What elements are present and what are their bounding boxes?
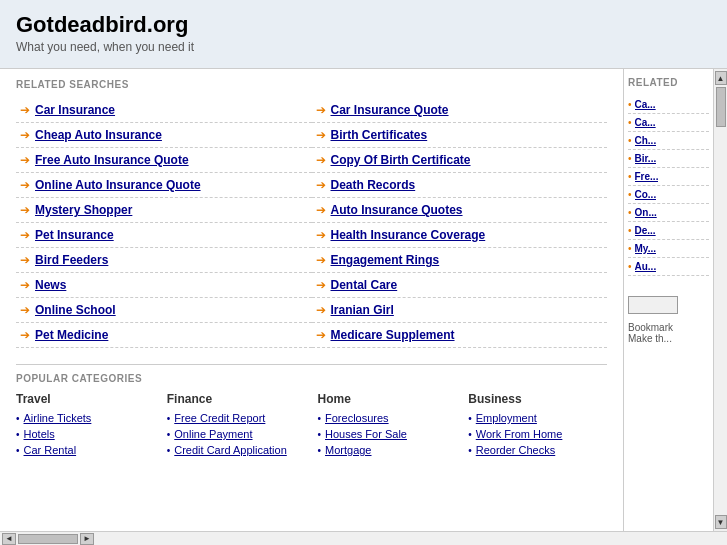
list-item: Online Payment: [167, 426, 306, 442]
category-finance: Finance Free Credit Report Online Paymen…: [167, 392, 306, 458]
link-online-school[interactable]: Online School: [35, 303, 116, 317]
vertical-scrollbar[interactable]: ▲ ▼: [713, 69, 727, 531]
sidebar-link-7[interactable]: On...: [635, 207, 657, 218]
category-finance-title: Finance: [167, 392, 306, 406]
arrow-icon: ➔: [316, 178, 326, 192]
list-item: ➔ Birth Certificates: [312, 123, 608, 148]
link-work-from-home[interactable]: Work From Home: [476, 428, 563, 440]
link-online-payment[interactable]: Online Payment: [174, 428, 252, 440]
category-business-list: Employment Work From Home Reorder Checks: [468, 410, 607, 458]
scroll-up-button[interactable]: ▲: [715, 71, 727, 85]
sidebar-item: • Ch...: [628, 132, 709, 150]
link-copy-of-birth-certificate[interactable]: Copy Of Birth Certificate: [331, 153, 471, 167]
input-box[interactable]: [628, 296, 678, 314]
horizontal-scrollbar[interactable]: ◄ ►: [0, 531, 727, 545]
page-wrapper: Gotdeadbird.org What you need, when you …: [0, 0, 727, 545]
link-engagement-rings[interactable]: Engagement Rings: [331, 253, 440, 267]
main-content: RELATED SEARCHES ➔ Car Insurance ➔ Cheap…: [0, 69, 623, 531]
list-item: ➔ Medicare Supplement: [312, 323, 608, 348]
list-item: ➔ Online School: [16, 298, 312, 323]
arrow-icon: •: [628, 225, 632, 236]
arrow-icon: ➔: [20, 303, 30, 317]
sidebar-link-10[interactable]: Au...: [635, 261, 657, 272]
arrow-icon: •: [628, 117, 632, 128]
arrow-icon: ➔: [316, 328, 326, 342]
category-business-title: Business: [468, 392, 607, 406]
bookmark-text: Bookmark: [628, 322, 709, 333]
link-pet-medicine[interactable]: Pet Medicine: [35, 328, 108, 342]
link-auto-insurance-quotes[interactable]: Auto Insurance Quotes: [331, 203, 463, 217]
list-item: Mortgage: [318, 442, 457, 458]
sidebar-item: • De...: [628, 222, 709, 240]
arrow-icon: •: [628, 261, 632, 272]
list-item: Work From Home: [468, 426, 607, 442]
list-item: ➔ Car Insurance Quote: [312, 98, 608, 123]
arrow-icon: ➔: [20, 128, 30, 142]
link-dental-care[interactable]: Dental Care: [331, 278, 398, 292]
link-iranian-girl[interactable]: Iranian Girl: [331, 303, 394, 317]
list-item: Airline Tickets: [16, 410, 155, 426]
sidebar-link-1[interactable]: Ca...: [635, 99, 656, 110]
link-pet-insurance[interactable]: Pet Insurance: [35, 228, 114, 242]
sidebar-link-6[interactable]: Co...: [635, 189, 657, 200]
list-item: Free Credit Report: [167, 410, 306, 426]
link-free-credit-report[interactable]: Free Credit Report: [174, 412, 265, 424]
scroll-thumb[interactable]: [716, 87, 726, 127]
sidebar-link-4[interactable]: Bir...: [635, 153, 657, 164]
link-car-insurance[interactable]: Car Insurance: [35, 103, 115, 117]
list-item: Credit Card Application: [167, 442, 306, 458]
link-cheap-auto-insurance[interactable]: Cheap Auto Insurance: [35, 128, 162, 142]
category-travel: Travel Airline Tickets Hotels Car Rental: [16, 392, 155, 458]
link-news[interactable]: News: [35, 278, 66, 292]
link-health-insurance-coverage[interactable]: Health Insurance Coverage: [331, 228, 486, 242]
arrow-icon: ➔: [20, 153, 30, 167]
link-credit-card-application[interactable]: Credit Card Application: [174, 444, 287, 456]
link-car-insurance-quote[interactable]: Car Insurance Quote: [331, 103, 449, 117]
list-item: ➔ Online Auto Insurance Quote: [16, 173, 312, 198]
link-hotels[interactable]: Hotels: [24, 428, 55, 440]
scroll-right-button[interactable]: ►: [80, 533, 94, 545]
category-business: Business Employment Work From Home Reord…: [468, 392, 607, 458]
scroll-left-button[interactable]: ◄: [2, 533, 16, 545]
list-item: ➔ Auto Insurance Quotes: [312, 198, 608, 223]
link-foreclosures[interactable]: Foreclosures: [325, 412, 389, 424]
link-medicare-supplement[interactable]: Medicare Supplement: [331, 328, 455, 342]
link-mortgage[interactable]: Mortgage: [325, 444, 371, 456]
scroll-down-button[interactable]: ▼: [715, 515, 727, 529]
link-employment[interactable]: Employment: [476, 412, 537, 424]
category-home: Home Foreclosures Houses For Sale Mortga…: [318, 392, 457, 458]
link-free-auto-insurance-quote[interactable]: Free Auto Insurance Quote: [35, 153, 189, 167]
list-item: ➔ Dental Care: [312, 273, 608, 298]
category-travel-list: Airline Tickets Hotels Car Rental: [16, 410, 155, 458]
arrow-icon: •: [628, 99, 632, 110]
link-death-records[interactable]: Death Records: [331, 178, 416, 192]
link-airline-tickets[interactable]: Airline Tickets: [24, 412, 92, 424]
sidebar-item: • Fre...: [628, 168, 709, 186]
list-item: ➔ Death Records: [312, 173, 608, 198]
hscroll-thumb[interactable]: [18, 534, 78, 544]
link-bird-feeders[interactable]: Bird Feeders: [35, 253, 108, 267]
link-car-rental[interactable]: Car Rental: [24, 444, 77, 456]
arrow-icon: ➔: [316, 153, 326, 167]
arrow-icon: •: [628, 153, 632, 164]
sidebar-link-2[interactable]: Ca...: [635, 117, 656, 128]
link-reorder-checks[interactable]: Reorder Checks: [476, 444, 555, 456]
sidebar-item: • On...: [628, 204, 709, 222]
make-text: Make th...: [628, 333, 709, 344]
arrow-icon: ➔: [316, 228, 326, 242]
sidebar-link-9[interactable]: My...: [635, 243, 656, 254]
arrow-icon: ➔: [316, 253, 326, 267]
sidebar-link-8[interactable]: De...: [635, 225, 656, 236]
list-item: Foreclosures: [318, 410, 457, 426]
arrow-icon: ➔: [20, 253, 30, 267]
link-online-auto-insurance-quote[interactable]: Online Auto Insurance Quote: [35, 178, 201, 192]
list-item: ➔ Copy Of Birth Certificate: [312, 148, 608, 173]
sidebar-item: • My...: [628, 240, 709, 258]
sidebar-link-5[interactable]: Fre...: [635, 171, 659, 182]
arrow-icon: ➔: [20, 103, 30, 117]
sidebar-link-3[interactable]: Ch...: [635, 135, 657, 146]
category-home-list: Foreclosures Houses For Sale Mortgage: [318, 410, 457, 458]
link-birth-certificates[interactable]: Birth Certificates: [331, 128, 428, 142]
link-houses-for-sale[interactable]: Houses For Sale: [325, 428, 407, 440]
link-mystery-shopper[interactable]: Mystery Shopper: [35, 203, 132, 217]
